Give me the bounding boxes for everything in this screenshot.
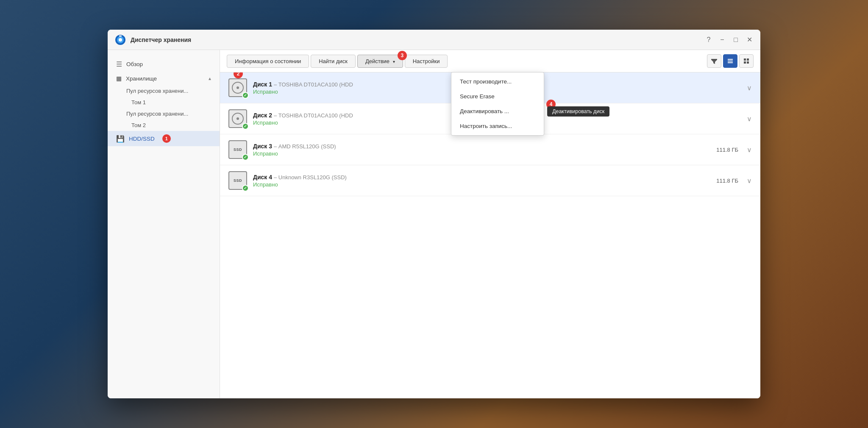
action-label: Действие (365, 58, 389, 64)
app-icon (114, 34, 126, 46)
hdd-icon: 💾 (116, 135, 125, 143)
svg-rect-8 (747, 58, 749, 61)
disk-row-3[interactable]: SSD ✓ Диск 3 – AMD R5SL120G (SSD) Исправ… (220, 134, 760, 165)
maximize-button[interactable]: □ (732, 36, 740, 44)
disk4-info: Диск 4 – Unknown R3SL120G (SSD) Исправно (253, 174, 716, 188)
sidebar-item-hdd[interactable]: 💾 HDD/SSD 1 (108, 131, 220, 146)
sidebar: ☰ Обзор ▦ Хранилище ▴ Пул ресурсов хране… (108, 50, 220, 398)
sidebar-hdd-label: HDD/SSD (129, 136, 155, 142)
filter-button[interactable] (707, 54, 721, 68)
tab-find-disk[interactable]: Найти диск (311, 55, 356, 68)
storage-icon: ▦ (116, 75, 122, 82)
chevron-up-icon: ▴ (209, 75, 211, 81)
menu-test-label: Тест производите... (460, 78, 512, 85)
disk1-model: – TOSHIBA DT01ACA100 (HDD (274, 81, 353, 88)
menu-item-configure[interactable]: Настроить запись... (451, 119, 544, 133)
disk-row-4[interactable]: SSD ✓ Диск 4 – Unknown R3SL120G (SSD) Ис… (220, 165, 760, 196)
disk4-name: Диск 4 – Unknown R3SL120G (SSD) (253, 174, 716, 181)
toolbar: Информация о состоянии Найти диск 3 Дейс… (220, 50, 760, 72)
window-title: Диспетчер хранения (131, 36, 704, 43)
menu-item-secure-erase[interactable]: Secure Erase (451, 89, 544, 104)
app-body: ☰ Обзор ▦ Хранилище ▴ Пул ресурсов хране… (108, 50, 760, 398)
minimize-button[interactable]: − (718, 36, 726, 44)
sidebar-item-volume2[interactable]: Том 2 (108, 120, 220, 131)
svg-rect-9 (744, 61, 746, 64)
disk3-expand[interactable]: ∨ (747, 146, 752, 154)
svg-point-2 (119, 38, 122, 42)
svg-rect-7 (744, 58, 746, 61)
disk2-icon: ✓ (228, 109, 247, 128)
disk3-name: Диск 3 – AMD R5SL120G (SSD) (253, 143, 716, 150)
svg-rect-5 (728, 61, 733, 61)
disk2-status-dot: ✓ (242, 123, 249, 130)
svg-rect-10 (747, 61, 749, 64)
disk1-status-dot: ✓ (242, 92, 249, 99)
sidebar-item-overview[interactable]: ☰ Обзор (108, 57, 220, 72)
sidebar-item-volume1[interactable]: Том 1 (108, 97, 220, 108)
titlebar: Диспетчер хранения ? − □ ✕ (108, 30, 760, 50)
menu-deactivate-label: Деактивировать ... (460, 108, 509, 114)
tab-action[interactable]: 3 Действие ▾ (357, 55, 403, 68)
svg-rect-3 (119, 35, 122, 37)
dropdown-menu: Тест производите... Secure Erase Деактив… (451, 72, 544, 136)
deactivate-tooltip: Деактивировать диск (547, 106, 609, 117)
toolbar-right-controls (707, 54, 754, 68)
action-chevron: ▾ (393, 59, 395, 64)
disk4-icon: SSD ✓ (228, 171, 247, 190)
main-content: Информация о состоянии Найти диск 3 Дейс… (220, 50, 760, 398)
disk4-model: – Unknown R3SL120G (SSD) (274, 174, 347, 181)
disk4-expand[interactable]: ∨ (747, 177, 752, 185)
close-button[interactable]: ✕ (745, 36, 754, 44)
disk2-expand[interactable]: ∨ (747, 115, 752, 123)
disk3-model: – AMD R5SL120G (SSD) (274, 143, 336, 150)
menu-secure-erase-label: Secure Erase (460, 93, 495, 100)
list-view-button[interactable] (723, 54, 737, 68)
step2-disk-badge: 2 (234, 72, 243, 78)
disk1-icon: ✓ (228, 78, 247, 97)
disk3-status: Исправно (253, 150, 716, 157)
disk3-ssd-label: SSD (234, 147, 242, 152)
overview-icon: ☰ (116, 60, 122, 68)
volume2-label: Том 2 (126, 122, 146, 128)
disk4-status: Исправно (253, 181, 716, 188)
sidebar-item-storage[interactable]: ▦ Хранилище ▴ (108, 72, 220, 85)
step3-badge: 3 (398, 51, 407, 60)
svg-rect-4 (728, 59, 733, 60)
window-controls: ? − □ ✕ (704, 36, 754, 44)
pool1-label: Пул ресурсов хранени... (126, 88, 188, 94)
pool2-label: Пул ресурсов хранени... (126, 111, 188, 117)
help-button[interactable]: ? (704, 36, 713, 44)
action-dropdown: Тест производите... Secure Erase Деактив… (451, 72, 544, 136)
sidebar-storage-label: Хранилище (126, 75, 157, 82)
disk4-status-dot: ✓ (242, 185, 249, 192)
menu-item-test[interactable]: Тест производите... (451, 74, 544, 89)
disk3-size: 111.8 ГБ (716, 147, 738, 153)
tab-settings[interactable]: Настройки (405, 55, 448, 68)
menu-configure-label: Настроить запись... (460, 123, 512, 129)
disk3-icon: SSD ✓ (228, 140, 247, 159)
main-window: Диспетчер хранения ? − □ ✕ ☰ Обзор ▦ Хра… (108, 30, 760, 398)
volume1-label: Том 1 (126, 99, 146, 106)
disk3-info: Диск 3 – AMD R5SL120G (SSD) Исправно (253, 143, 716, 157)
sidebar-overview-label: Обзор (126, 61, 143, 67)
menu-item-deactivate[interactable]: Деактивировать ... Деактивировать диск 4 (451, 104, 544, 119)
hdd-badge: 1 (162, 134, 171, 143)
tab-status-info[interactable]: Информация о состоянии (227, 55, 309, 68)
disk1-expand[interactable]: ∨ (747, 84, 752, 92)
svg-rect-6 (728, 62, 733, 63)
disk4-size: 111.8 ГБ (716, 178, 738, 184)
disk4-ssd-label: SSD (234, 178, 242, 183)
sidebar-item-pool1[interactable]: Пул ресурсов хранени... (108, 85, 220, 97)
disk2-model: – TOSHIBA DT01ACA100 (HDD (274, 112, 353, 119)
disk3-status-dot: ✓ (242, 154, 249, 161)
sidebar-item-pool2[interactable]: Пул ресурсов хранени... (108, 108, 220, 120)
menu-view-button[interactable] (739, 54, 754, 68)
